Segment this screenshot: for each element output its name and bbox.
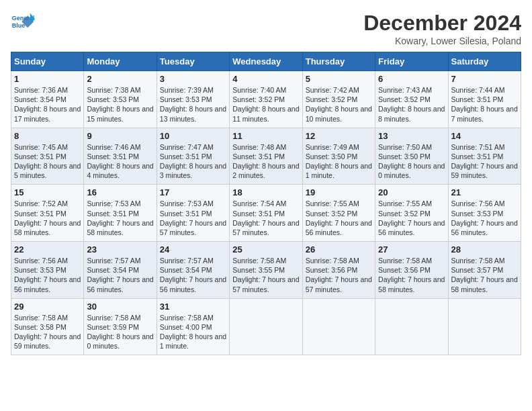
day-info: Sunrise: 7:38 AM Sunset: 3:53 PM Dayligh… xyxy=(87,85,153,124)
day-number: 23 xyxy=(87,244,153,255)
day-number: 17 xyxy=(160,187,226,197)
day-number: 8 xyxy=(14,131,81,141)
day-info: Sunrise: 7:40 AM Sunset: 3:52 PM Dayligh… xyxy=(232,85,299,124)
logo: General Blue xyxy=(11,11,35,35)
day-info: Sunrise: 7:51 AM Sunset: 3:51 PM Dayligh… xyxy=(451,142,518,181)
day-number: 24 xyxy=(160,244,226,255)
calendar-cell: 9 Sunrise: 7:46 AM Sunset: 3:51 PM Dayli… xyxy=(84,128,157,185)
calendar-week-row: 8 Sunrise: 7:45 AM Sunset: 3:51 PM Dayli… xyxy=(11,128,521,185)
day-info: Sunrise: 7:50 AM Sunset: 3:50 PM Dayligh… xyxy=(378,142,445,181)
calendar-cell: 24 Sunrise: 7:57 AM Sunset: 3:54 PM Dayl… xyxy=(157,242,229,299)
header-saturday: Saturday xyxy=(448,52,521,71)
day-info: Sunrise: 7:56 AM Sunset: 3:53 PM Dayligh… xyxy=(14,256,81,294)
calendar-cell: 29 Sunrise: 7:58 AM Sunset: 3:58 PM Dayl… xyxy=(11,298,84,355)
calendar-cell: 31 Sunrise: 7:58 AM Sunset: 4:00 PM Dayl… xyxy=(157,298,229,355)
day-number: 27 xyxy=(378,244,445,255)
day-number: 14 xyxy=(451,131,518,141)
calendar-cell: 17 Sunrise: 7:53 AM Sunset: 3:51 PM Dayl… xyxy=(157,185,229,242)
day-info: Sunrise: 7:47 AM Sunset: 3:51 PM Dayligh… xyxy=(160,142,226,181)
day-number: 18 xyxy=(232,187,299,197)
calendar-cell: 7 Sunrise: 7:44 AM Sunset: 3:51 PM Dayli… xyxy=(448,71,521,128)
day-info: Sunrise: 7:58 AM Sunset: 3:56 PM Dayligh… xyxy=(378,256,445,294)
calendar-week-row: 15 Sunrise: 7:52 AM Sunset: 3:51 PM Dayl… xyxy=(11,185,521,242)
day-info: Sunrise: 7:39 AM Sunset: 3:53 PM Dayligh… xyxy=(160,85,226,124)
day-number: 13 xyxy=(378,131,445,141)
calendar-cell: 28 Sunrise: 7:58 AM Sunset: 3:57 PM Dayl… xyxy=(448,242,521,299)
calendar-cell: 25 Sunrise: 7:58 AM Sunset: 3:55 PM Dayl… xyxy=(230,242,302,299)
day-info: Sunrise: 7:42 AM Sunset: 3:52 PM Dayligh… xyxy=(306,85,372,124)
month-title: December 2024 xyxy=(363,11,521,36)
calendar-cell: 30 Sunrise: 7:58 AM Sunset: 3:59 PM Dayl… xyxy=(84,298,157,355)
day-number: 29 xyxy=(14,302,81,312)
day-info: Sunrise: 7:57 AM Sunset: 3:54 PM Dayligh… xyxy=(160,256,226,294)
title-block: December 2024 Kowary, Lower Silesia, Pol… xyxy=(363,11,521,46)
day-info: Sunrise: 7:53 AM Sunset: 3:51 PM Dayligh… xyxy=(87,199,153,237)
day-number: 16 xyxy=(87,187,153,197)
day-info: Sunrise: 7:48 AM Sunset: 3:51 PM Dayligh… xyxy=(232,142,299,181)
calendar-cell: 14 Sunrise: 7:51 AM Sunset: 3:51 PM Dayl… xyxy=(448,128,521,185)
calendar-cell: 20 Sunrise: 7:55 AM Sunset: 3:52 PM Dayl… xyxy=(375,185,448,242)
calendar-cell: 27 Sunrise: 7:58 AM Sunset: 3:56 PM Dayl… xyxy=(375,242,448,299)
calendar-cell: 21 Sunrise: 7:56 AM Sunset: 3:53 PM Dayl… xyxy=(448,185,521,242)
calendar-week-row: 1 Sunrise: 7:36 AM Sunset: 3:54 PM Dayli… xyxy=(11,71,521,128)
logo-icon: General Blue xyxy=(11,11,35,35)
day-number: 19 xyxy=(306,187,372,197)
day-info: Sunrise: 7:57 AM Sunset: 3:54 PM Dayligh… xyxy=(87,256,153,294)
day-info: Sunrise: 7:58 AM Sunset: 3:58 PM Dayligh… xyxy=(14,313,81,351)
day-number: 12 xyxy=(306,131,372,141)
day-info: Sunrise: 7:58 AM Sunset: 3:59 PM Dayligh… xyxy=(87,313,153,351)
calendar-cell: 5 Sunrise: 7:42 AM Sunset: 3:52 PM Dayli… xyxy=(302,71,375,128)
day-number: 1 xyxy=(14,74,81,84)
day-info: Sunrise: 7:45 AM Sunset: 3:51 PM Dayligh… xyxy=(14,142,81,181)
day-info: Sunrise: 7:43 AM Sunset: 3:52 PM Dayligh… xyxy=(378,85,445,124)
header-monday: Monday xyxy=(84,52,157,71)
page-header: General Blue December 2024 Kowary, Lower… xyxy=(11,11,521,46)
day-number: 28 xyxy=(451,244,518,255)
day-info: Sunrise: 7:55 AM Sunset: 3:52 PM Dayligh… xyxy=(378,199,445,237)
day-number: 21 xyxy=(451,187,518,197)
calendar-cell: 3 Sunrise: 7:39 AM Sunset: 3:53 PM Dayli… xyxy=(157,71,229,128)
calendar-cell: 23 Sunrise: 7:57 AM Sunset: 3:54 PM Dayl… xyxy=(84,242,157,299)
day-info: Sunrise: 7:44 AM Sunset: 3:51 PM Dayligh… xyxy=(451,85,518,124)
day-info: Sunrise: 7:58 AM Sunset: 3:56 PM Dayligh… xyxy=(306,256,372,294)
calendar-cell: 18 Sunrise: 7:54 AM Sunset: 3:51 PM Dayl… xyxy=(230,185,302,242)
day-info: Sunrise: 7:58 AM Sunset: 3:57 PM Dayligh… xyxy=(451,256,518,294)
day-number: 6 xyxy=(378,74,445,84)
day-number: 31 xyxy=(160,302,226,312)
calendar-cell: 8 Sunrise: 7:45 AM Sunset: 3:51 PM Dayli… xyxy=(11,128,84,185)
location: Kowary, Lower Silesia, Poland xyxy=(363,36,521,46)
calendar-week-row: 29 Sunrise: 7:58 AM Sunset: 3:58 PM Dayl… xyxy=(11,298,521,355)
calendar-cell xyxy=(302,298,375,355)
day-info: Sunrise: 7:56 AM Sunset: 3:53 PM Dayligh… xyxy=(451,199,518,237)
calendar-cell: 12 Sunrise: 7:49 AM Sunset: 3:50 PM Dayl… xyxy=(302,128,375,185)
calendar-cell xyxy=(375,298,448,355)
day-number: 10 xyxy=(160,131,226,141)
calendar-cell: 10 Sunrise: 7:47 AM Sunset: 3:51 PM Dayl… xyxy=(157,128,229,185)
calendar-cell: 2 Sunrise: 7:38 AM Sunset: 3:53 PM Dayli… xyxy=(84,71,157,128)
day-number: 26 xyxy=(306,244,372,255)
calendar-cell: 6 Sunrise: 7:43 AM Sunset: 3:52 PM Dayli… xyxy=(375,71,448,128)
header-wednesday: Wednesday xyxy=(230,52,302,71)
calendar-cell: 13 Sunrise: 7:50 AM Sunset: 3:50 PM Dayl… xyxy=(375,128,448,185)
calendar-cell: 19 Sunrise: 7:55 AM Sunset: 3:52 PM Dayl… xyxy=(302,185,375,242)
day-number: 7 xyxy=(451,74,518,84)
day-number: 3 xyxy=(160,74,226,84)
weekday-header-row: Sunday Monday Tuesday Wednesday Thursday… xyxy=(11,52,521,71)
calendar-cell: 22 Sunrise: 7:56 AM Sunset: 3:53 PM Dayl… xyxy=(11,242,84,299)
day-info: Sunrise: 7:53 AM Sunset: 3:51 PM Dayligh… xyxy=(160,199,226,237)
calendar-cell: 4 Sunrise: 7:40 AM Sunset: 3:52 PM Dayli… xyxy=(230,71,302,128)
header-sunday: Sunday xyxy=(11,52,84,71)
calendar-week-row: 22 Sunrise: 7:56 AM Sunset: 3:53 PM Dayl… xyxy=(11,242,521,299)
day-number: 22 xyxy=(14,244,81,255)
day-info: Sunrise: 7:58 AM Sunset: 4:00 PM Dayligh… xyxy=(160,313,226,351)
header-friday: Friday xyxy=(375,52,448,71)
calendar-cell xyxy=(230,298,302,355)
day-info: Sunrise: 7:52 AM Sunset: 3:51 PM Dayligh… xyxy=(14,199,81,237)
day-number: 25 xyxy=(232,244,299,255)
day-info: Sunrise: 7:54 AM Sunset: 3:51 PM Dayligh… xyxy=(232,199,299,237)
calendar-cell: 11 Sunrise: 7:48 AM Sunset: 3:51 PM Dayl… xyxy=(230,128,302,185)
day-number: 4 xyxy=(232,74,299,84)
calendar-cell xyxy=(448,298,521,355)
day-number: 5 xyxy=(306,74,372,84)
calendar-cell: 1 Sunrise: 7:36 AM Sunset: 3:54 PM Dayli… xyxy=(11,71,84,128)
